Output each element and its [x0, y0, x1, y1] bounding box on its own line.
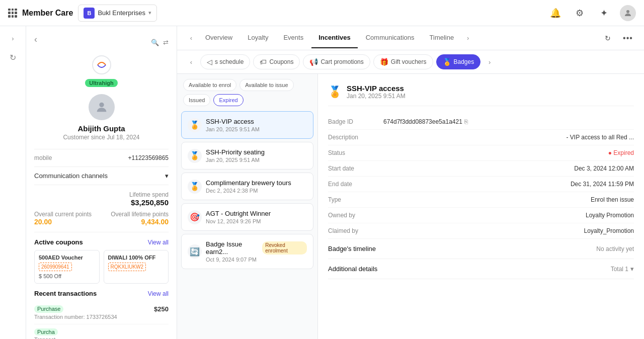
txn-amount: $250: [154, 305, 169, 313]
inc-tab-badges[interactable]: 🏅 Badges: [436, 54, 481, 69]
search-icon[interactable]: 🔍: [151, 39, 159, 46]
inc-tab-schedule-label: s schedule: [215, 58, 244, 65]
badge-tag: Revoked enrolment: [262, 241, 307, 255]
transactions-header: Recent transactions View all: [34, 290, 169, 297]
contact-row: mobile +11223569865: [34, 149, 169, 167]
tabs-bar: ‹ Overview Loyalty Events Incentives Com…: [177, 26, 644, 50]
spend-value: $3,250,850: [34, 198, 169, 207]
inc-tab-cart[interactable]: 📢 Cart promotions: [303, 54, 370, 69]
detail-date: Jan 20, 2025 9:51 AM: [347, 93, 406, 100]
inc-tabs-next[interactable]: ›: [484, 56, 496, 68]
org-name: Bukl Enterprises: [98, 9, 145, 17]
additional-details-section[interactable]: Additional details Total 1 ▾: [328, 259, 634, 279]
notifications-icon[interactable]: 🔔: [547, 5, 564, 21]
sidebar: › ↻: [0, 26, 26, 339]
inc-tab-schedule[interactable]: ◁ s schedule: [200, 54, 250, 69]
sidebar-toggle[interactable]: ›: [6, 31, 20, 45]
claimed-by-value: Loyalty_Promotion: [383, 227, 634, 234]
timeline-label: Badge's timeline: [328, 245, 376, 252]
filter-issued[interactable]: Issued: [183, 94, 210, 106]
coupon-code: 2609909641: [39, 263, 72, 271]
badge-name: Complimentary brewery tours: [206, 179, 291, 187]
tabs-next-arrow[interactable]: ›: [462, 32, 474, 44]
badge-date: Oct 9, 2024 9:07 PM: [206, 257, 307, 263]
badge-item-ssh-priority[interactable]: 🏅 SSH-Priority seating Jan 20, 2025 9:51…: [181, 142, 313, 170]
main-content: ‹ 🔍 ⇄ Ultrahigh: [26, 26, 644, 339]
current-points-value: 20.00: [34, 218, 92, 226]
detail-start-date-row: Start date Dec 3, 2024 12:00 AM: [328, 161, 634, 177]
badge-icon: 🔄: [188, 244, 202, 259]
badge-item-issue[interactable]: 🔄 Badge Issue earn2... Revoked enrolment…: [181, 234, 313, 269]
customer-logo: [92, 55, 112, 75]
start-date-value: Dec 3, 2024 12:00 AM: [383, 165, 634, 172]
transactions-title: Recent transactions: [34, 290, 97, 297]
badge-item-ssh-vip[interactable]: 🏅 SSH-VIP access Jan 20, 2025 9:51 AM: [181, 111, 313, 139]
inc-tabs-prev[interactable]: ‹: [185, 56, 197, 68]
customer-name: Abijith Gupta: [34, 124, 169, 133]
detail-type-row: Type Enrol then issue: [328, 192, 634, 208]
tab-events[interactable]: Events: [276, 28, 310, 48]
user-avatar[interactable]: [620, 5, 636, 21]
transfer-icon[interactable]: ⇄: [163, 39, 169, 46]
tab-communications[interactable]: Communications: [359, 28, 422, 48]
filter-available-issue[interactable]: Available to issue: [239, 79, 293, 91]
coupon-name: DIWALI 100% OFF: [108, 255, 165, 261]
filter-tabs: Available to enrol Available to issue Is…: [177, 74, 317, 111]
end-date-label: End date: [328, 181, 383, 188]
detail-header: 🏅 SSH-VIP access Jan 20, 2025 9:51 AM: [328, 84, 634, 106]
nav-right: 🔔 ⚙ ✦: [547, 5, 636, 21]
spend-label: Lifetime spend: [34, 191, 169, 198]
svg-point-2: [99, 103, 104, 107]
badge-item-agt[interactable]: 🎯 AGT - Outright Winner Nov 12, 2024 9:2…: [181, 203, 313, 231]
vouchers-icon: 🎁: [380, 58, 388, 66]
more-options-icon[interactable]: •••: [620, 30, 636, 46]
start-date-label: Start date: [328, 165, 383, 172]
customer-header: Ultrahigh Abijith Gupta Customer since J…: [34, 55, 169, 149]
settings-icon[interactable]: ⚙: [572, 5, 588, 21]
tab-timeline[interactable]: Timeline: [423, 28, 461, 48]
grid-menu-icon[interactable]: [8, 9, 17, 18]
badge-icon: 🏅: [188, 180, 202, 194]
refresh-icon[interactable]: ↻: [600, 30, 616, 46]
badge-item-brewery[interactable]: 🏅 Complimentary brewery tours Dec 2, 202…: [181, 173, 313, 200]
inc-tab-coupons[interactable]: 🏷 Coupons: [253, 54, 300, 69]
inc-tab-vouchers-label: Gift vouchers: [391, 58, 427, 65]
customer-since: Customer since Jul 18, 2024: [34, 134, 169, 141]
tab-loyalty[interactable]: Loyalty: [240, 28, 275, 48]
comm-chevron-icon: ▾: [165, 172, 169, 180]
tab-icons: ↻ •••: [600, 30, 636, 46]
tabs-prev-arrow[interactable]: ‹: [185, 32, 197, 44]
customer-avatar: [89, 94, 115, 120]
right-panel: ‹ Overview Loyalty Events Incentives Com…: [177, 26, 644, 339]
badge-list: 🏅 SSH-VIP access Jan 20, 2025 9:51 AM 🏅: [177, 111, 317, 339]
points-section: Lifetime spend $3,250,850 Overall curren…: [34, 185, 169, 232]
back-button[interactable]: ‹: [34, 34, 37, 45]
org-selector[interactable]: B Bukl Enterprises ▾: [78, 5, 157, 22]
comm-channels[interactable]: Communication channels ▾: [34, 167, 169, 185]
badge-icon: 🏅: [188, 149, 202, 163]
top-nav: Member Care B Bukl Enterprises ▾ 🔔 ⚙ ✦: [0, 0, 644, 26]
org-avatar: B: [84, 8, 95, 19]
coupons-view-all[interactable]: View all: [148, 239, 169, 246]
inc-tab-vouchers[interactable]: 🎁 Gift vouchers: [373, 54, 433, 69]
tab-overview[interactable]: Overview: [198, 28, 239, 48]
badge-name: Badge Issue earn2...: [206, 240, 259, 256]
filter-available-enrol[interactable]: Available to enrol: [183, 79, 236, 91]
transaction-item: Purchase $250 Transaction number: 173372…: [34, 301, 169, 324]
filter-tabs-col: Available to enrol Available to issue Is…: [177, 74, 318, 339]
tab-incentives[interactable]: Incentives: [311, 28, 358, 48]
copy-icon[interactable]: ⎘: [464, 118, 468, 125]
badge-icon: 🏅: [188, 118, 202, 132]
status-value: Expired: [383, 149, 634, 156]
transaction-item: Purcha Transact: [34, 324, 169, 339]
coupon-grid: 500AED Voucher 2609909641 $ 500 Off DIWA…: [34, 250, 169, 284]
badge-id-value: 674d7f3ddd08873ee5a1a421: [383, 118, 462, 125]
badge-name: SSH-Priority seating: [206, 148, 265, 156]
sidebar-refresh-icon[interactable]: ↻: [5, 49, 21, 65]
sparkle-icon[interactable]: ✦: [596, 5, 612, 21]
comm-label: Communication channels: [34, 172, 108, 180]
filter-expired[interactable]: Expired: [213, 94, 243, 106]
transactions-view-all[interactable]: View all: [148, 290, 169, 297]
lifetime-spend: Lifetime spend $3,250,850: [34, 191, 169, 207]
schedule-icon: ◁: [207, 58, 212, 66]
